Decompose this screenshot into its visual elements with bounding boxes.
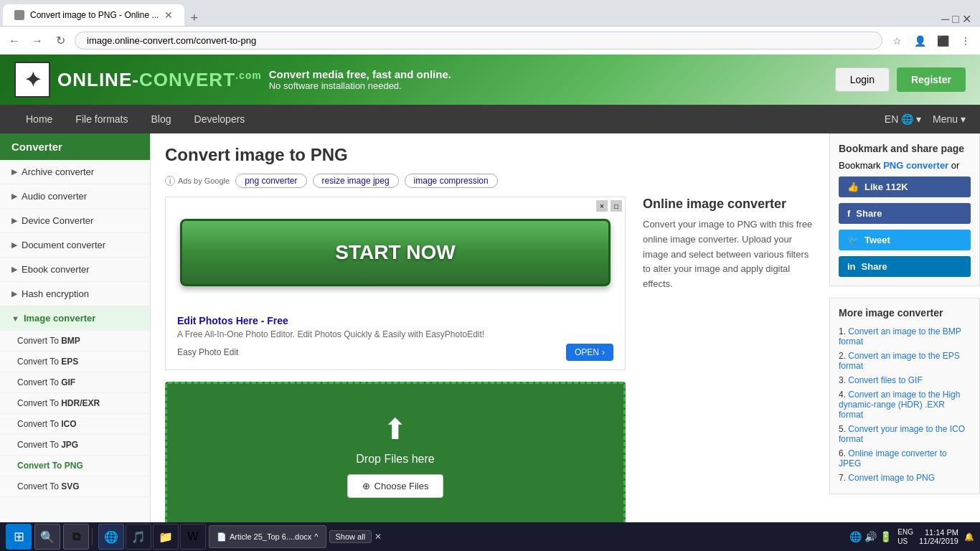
- sidebar-sub-ico[interactable]: Convert To ICO: [0, 414, 150, 435]
- task-view-button[interactable]: ⧉: [63, 524, 89, 540]
- sidebar-label: Archive converter: [22, 166, 94, 177]
- tab-favicon: [14, 10, 24, 20]
- sidebar-item-image[interactable]: ▼ Image converter: [0, 306, 150, 331]
- register-button[interactable]: Register: [897, 67, 966, 92]
- new-tab-button[interactable]: +: [190, 11, 198, 26]
- active-tab[interactable]: Convert image to PNG - Online ... ✕: [3, 4, 184, 26]
- pinned-explorer[interactable]: 📁: [153, 524, 179, 540]
- sidebar-item-audio[interactable]: ▶ Audio converter: [0, 184, 150, 209]
- sidebar-item-ebook[interactable]: ▶ Ebook converter: [0, 258, 150, 282]
- more-converter-list: Convert an image to the BMP format Conve…: [839, 324, 971, 485]
- drop-text: Drop Files here: [196, 453, 595, 466]
- sidebar-sub-gif[interactable]: Convert To GIF: [0, 372, 150, 393]
- start-now-button[interactable]: START NOW: [180, 219, 611, 286]
- like-button[interactable]: 👍 Like 112K: [839, 176, 971, 197]
- search-button[interactable]: 🔍: [34, 524, 60, 540]
- ad-photo-title[interactable]: Edit Photos Here - Free: [177, 315, 613, 326]
- pinned-word[interactable]: W: [180, 524, 206, 540]
- close-window-button[interactable]: ✕: [962, 12, 971, 26]
- taskbar-close-button[interactable]: ✕: [374, 532, 382, 540]
- back-button[interactable]: ←: [6, 32, 23, 50]
- nav-developers[interactable]: Developers: [183, 105, 257, 133]
- more-link-png[interactable]: Convert image to PNG: [848, 473, 935, 483]
- forward-button[interactable]: →: [29, 32, 46, 50]
- bookmark-box: Bookmark and share page Bookmark PNG con…: [829, 133, 980, 286]
- more-link-jpeg[interactable]: Online image converter to JPEG: [839, 448, 947, 468]
- sidebar-sub-hdr[interactable]: Convert To HDR/EXR: [0, 393, 150, 414]
- more-link-gif[interactable]: Convert files to GIF: [848, 375, 922, 385]
- info-icon: i: [165, 176, 175, 186]
- taskbar-document[interactable]: 📄 Article 25_Top 6....docx ^: [209, 525, 326, 540]
- ad-tag-resize[interactable]: resize image jpeg: [313, 174, 399, 188]
- tweet-button[interactable]: 🐦 Tweet: [839, 230, 971, 250]
- drop-zone[interactable]: ⬆ Drop Files here ⊕ Choose Files: [165, 382, 626, 529]
- pinned-vlc[interactable]: 🎵: [126, 524, 151, 540]
- notification-icon[interactable]: 🔔: [964, 532, 974, 541]
- doc-icon: 📄: [217, 532, 227, 541]
- nav-file-formats[interactable]: File formats: [64, 105, 139, 133]
- ad-tag-png[interactable]: png converter: [235, 174, 306, 188]
- taskbar-pinned: 🌐 🎵 📁 W: [98, 524, 206, 540]
- ad-collapse-button[interactable]: ×: [596, 200, 608, 212]
- logo-text: ONLINE-CONVERT.com: [57, 69, 262, 91]
- refresh-button[interactable]: ↻: [52, 32, 69, 50]
- more-link-bmp[interactable]: Convert an image to the BMP format: [839, 326, 961, 347]
- site-header: ✦ ONLINE-CONVERT.com Convert media free,…: [0, 55, 980, 105]
- ad-tag-compress[interactable]: image compression: [405, 174, 498, 188]
- maximize-button[interactable]: □: [952, 12, 959, 26]
- more-link-eps[interactable]: Convert an image to the EPS format: [839, 351, 960, 371]
- twitter-icon: 🐦: [847, 235, 859, 245]
- menu-dropdown[interactable]: Menu ▾: [933, 113, 966, 125]
- sidebar-sub-jpg[interactable]: Convert To JPG: [0, 435, 150, 456]
- nav-blog[interactable]: Blog: [139, 105, 182, 133]
- tagline-main: Convert media free, fast and online.: [269, 68, 451, 80]
- list-item: Convert image to PNG: [839, 471, 971, 485]
- bookmark-title: Bookmark and share page: [839, 143, 971, 154]
- ad-settings-button[interactable]: □: [611, 200, 622, 212]
- sidebar-sub-eps[interactable]: Convert To EPS: [0, 352, 150, 372]
- volume-icon: 🔊: [864, 531, 877, 540]
- menu-button[interactable]: ⋮: [957, 32, 974, 50]
- address-input[interactable]: [75, 32, 882, 50]
- list-item: Convert files to GIF: [839, 373, 971, 387]
- linkedin-share-button[interactable]: in Share: [839, 256, 971, 277]
- ad-open-button[interactable]: OPEN ›: [566, 344, 613, 361]
- time-display: 11:14 PM: [919, 528, 958, 537]
- sidebar-label: Document converter: [22, 240, 105, 250]
- sidebar-item-document[interactable]: ▶ Document converter: [0, 233, 150, 258]
- pinned-chrome[interactable]: 🌐: [98, 524, 124, 540]
- sidebar-sub-png[interactable]: Convert To PNG: [0, 456, 150, 476]
- list-item: Online image converter to JPEG: [839, 446, 971, 471]
- content-area: Convert image to PNG i Ads by Google png…: [151, 133, 829, 540]
- bookmark-link[interactable]: PNG converter: [883, 160, 948, 171]
- sidebar-item-archive[interactable]: ▶ Archive converter: [0, 160, 150, 184]
- list-item: Convert an image to the EPS format: [839, 349, 971, 373]
- extensions-button[interactable]: ⬛: [934, 32, 951, 50]
- sidebar-header: Converter: [0, 133, 150, 160]
- sidebar-sub-svg[interactable]: Convert To SVG: [0, 476, 150, 497]
- sidebar-item-hash[interactable]: ▶ Hash encryption: [0, 282, 150, 306]
- clock[interactable]: 11:14 PM 11/24/2019: [919, 528, 958, 540]
- sidebar-sub-bmp[interactable]: Convert To BMP: [0, 331, 150, 352]
- show-all-button[interactable]: Show all: [329, 530, 372, 540]
- minimize-button[interactable]: ─: [941, 12, 949, 26]
- site-nav: Home File formats Blog Developers EN 🌐 ▾…: [0, 105, 980, 133]
- doc-label: Article 25_Top 6....docx: [230, 532, 311, 540]
- login-button[interactable]: Login: [835, 67, 890, 92]
- lang-selector[interactable]: EN 🌐 ▾: [885, 113, 921, 125]
- doc-expand-icon: ^: [314, 532, 318, 540]
- bookmark-link-row: Bookmark PNG converter or: [839, 160, 971, 171]
- browser-window: Convert image to PNG - Online ... ✕ + ─ …: [0, 0, 980, 55]
- share-buttons: 👍 Like 112K f Share 🐦 Tweet in Share: [839, 176, 971, 277]
- more-link-ico[interactable]: Convert your image to the ICO format: [839, 424, 965, 444]
- bookmark-button[interactable]: ☆: [888, 32, 905, 50]
- network-icon: 🌐: [849, 531, 862, 540]
- start-button[interactable]: ⊞: [6, 524, 32, 540]
- choose-files-button[interactable]: ⊕ Choose Files: [347, 474, 444, 498]
- profile-button[interactable]: 👤: [911, 32, 928, 50]
- more-link-hdr[interactable]: Convert an image to the High dynamic-ran…: [839, 390, 960, 420]
- nav-home[interactable]: Home: [14, 105, 64, 133]
- tab-close-button[interactable]: ✕: [164, 9, 173, 21]
- share-facebook-button[interactable]: f Share: [839, 203, 971, 224]
- sidebar-item-device[interactable]: ▶ Device Converter: [0, 209, 150, 233]
